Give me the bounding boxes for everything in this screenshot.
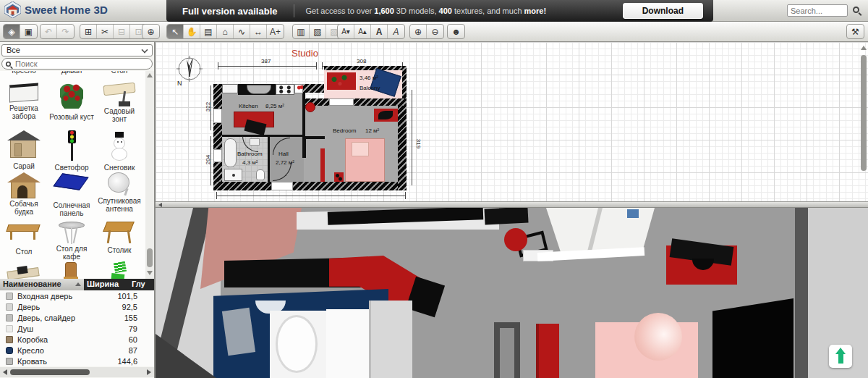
interior-wall[interactable] <box>268 136 270 182</box>
create-texts-button[interactable]: A+ <box>267 25 284 38</box>
balcony-door[interactable] <box>329 98 354 106</box>
catalog-item-table[interactable]: Стол <box>0 220 48 256</box>
catalog-item-garden-umbrella[interactable]: Садовыйзонт <box>95 81 143 123</box>
catalog-item-cafe-table[interactable]: Стол длякафе <box>48 220 95 261</box>
preferences-button[interactable]: ⚒ <box>847 25 864 38</box>
create-dimensions-button[interactable]: ↔ <box>250 25 267 38</box>
toilet[interactable] <box>256 169 265 180</box>
table-scrollbar-thumb[interactable] <box>10 369 90 375</box>
copy-button[interactable]: ⊟ <box>114 25 130 38</box>
window[interactable] <box>213 109 222 123</box>
create-rooms-button[interactable]: ⌂ <box>217 25 234 38</box>
catalog-item-small-table[interactable]: Столик <box>95 220 143 254</box>
catalog-item-partial-folding-chair[interactable] <box>95 262 143 279</box>
zoom-out-button[interactable]: ⊖ <box>427 25 443 38</box>
create-walls-button[interactable]: ▤ <box>200 25 217 38</box>
creature-button[interactable]: ☻ <box>448 25 464 38</box>
scroll-up-icon[interactable] <box>147 73 153 77</box>
italic-button[interactable]: A <box>388 25 404 38</box>
interior-wall-red[interactable] <box>320 148 325 182</box>
zoom-in-button[interactable]: ⊕ <box>410 25 427 38</box>
duplicate-button[interactable]: ⊞ <box>80 25 97 38</box>
plan-view-toggle-button[interactable]: ◈ <box>4 25 20 38</box>
create-polylines-button[interactable]: ∿ <box>234 25 250 38</box>
table-row[interactable]: Дверь92,5 <box>0 301 154 312</box>
scroll-down-icon[interactable] <box>147 271 153 275</box>
scroll-left-icon[interactable] <box>3 369 7 375</box>
red-stool[interactable] <box>305 102 315 112</box>
catalog-item-traffic-light[interactable]: Светофор <box>48 130 95 172</box>
plan-tool-b-button[interactable]: ▧ <box>310 25 326 38</box>
catalog-item-partial-desk[interactable] <box>0 264 48 279</box>
increase-text-size-button[interactable]: A▴ <box>354 25 371 38</box>
catalog-item-dog-house[interactable]: Собачьябудка <box>0 171 48 216</box>
splitter-collapse-icon[interactable] <box>158 203 162 207</box>
kitchen-stove[interactable] <box>276 84 294 95</box>
column-header-width[interactable]: Ширина <box>84 279 130 290</box>
interior-wall[interactable] <box>302 93 305 136</box>
decrease-text-size-button[interactable]: A▾ <box>338 25 354 38</box>
catalog-item-shed[interactable]: Сарай <box>0 130 48 170</box>
catalog-item-satellite-dish[interactable]: Спутниковаяантенна <box>95 171 143 213</box>
entry-door[interactable] <box>271 182 293 190</box>
plan-scrollbar-thumb[interactable] <box>861 55 867 171</box>
list-item[interactable]: Стол <box>95 71 143 75</box>
wall[interactable] <box>213 84 222 190</box>
wall[interactable] <box>213 182 407 190</box>
3d-view-toggle-button[interactable]: ▣ <box>20 25 37 38</box>
list-item[interactable]: Диван <box>48 71 95 75</box>
redo-button[interactable]: ↷ <box>57 25 74 38</box>
table-row[interactable]: Коробка60 <box>0 334 154 345</box>
download-button[interactable]: Download <box>623 3 703 19</box>
bold-button[interactable]: A <box>371 25 388 38</box>
view-splitter[interactable] <box>156 201 868 208</box>
bathtub[interactable] <box>224 138 237 167</box>
shower[interactable] <box>224 169 242 181</box>
catalog-item-snowman[interactable]: Снеговик <box>95 130 143 172</box>
plan-tool-a-button[interactable]: ▥ <box>293 25 310 38</box>
table-row[interactable]: Кресло87 <box>0 345 154 356</box>
pan-tool-button[interactable]: ✋ <box>184 25 200 38</box>
bedside-table[interactable] <box>334 172 344 182</box>
balcony-wall[interactable] <box>402 66 407 98</box>
wall[interactable] <box>398 98 407 190</box>
scroll-right-icon[interactable] <box>147 369 151 375</box>
search-icon[interactable] <box>853 7 859 13</box>
table-horizontal-scrollbar[interactable] <box>0 367 154 377</box>
plan-title[interactable]: Studio <box>292 48 318 59</box>
catalog-item-partial-chair[interactable] <box>48 262 95 279</box>
catalog-item-rose-bush[interactable]: Розовый куст <box>48 81 95 121</box>
add-furniture-button[interactable]: ⊕ <box>142 25 159 38</box>
dimension-line[interactable] <box>218 66 317 67</box>
interior-wall[interactable] <box>306 136 325 139</box>
bedroom-rug[interactable] <box>374 109 398 122</box>
select-tool-button[interactable]: ↖ <box>167 25 184 38</box>
scroll-up-icon[interactable] <box>861 46 867 50</box>
catalog-scrollbar[interactable] <box>145 71 154 279</box>
plan-2d-view[interactable]: Studio N 387 308 322 204 319 3,46 м² Bal… <box>156 42 868 201</box>
catalog-search-input[interactable] <box>1 58 153 70</box>
kitchen-sink[interactable] <box>247 85 271 94</box>
catalog-scrollbar-thumb[interactable] <box>147 248 153 267</box>
green-up-arrow-button[interactable] <box>829 345 852 368</box>
column-header-name[interactable]: Наименование <box>0 279 84 290</box>
table-row[interactable]: Дверь, слайдер155 <box>0 312 154 323</box>
catalog-item-solar-panel[interactable]: Солнечнаяпанель <box>48 171 95 217</box>
undo-button[interactable]: ↶ <box>41 25 57 38</box>
catalog-item-fence[interactable]: Решетказабора <box>0 81 48 120</box>
column-header-depth[interactable]: Глу <box>130 279 154 290</box>
plan-vertical-scrollbar[interactable] <box>859 43 868 201</box>
view-3d[interactable] <box>156 208 868 378</box>
list-item[interactable]: Кресло <box>0 71 48 75</box>
cut-button[interactable]: ✂ <box>97 25 114 38</box>
kitchen-fridge[interactable] <box>222 84 238 93</box>
interior-wall[interactable] <box>302 136 306 158</box>
header-search-input[interactable] <box>787 4 848 17</box>
category-filter-select[interactable]: Все <box>1 44 153 56</box>
table-row[interactable]: Входная дверь101,5 <box>0 290 154 301</box>
table-row[interactable]: Душ79 <box>0 323 154 334</box>
balcony-rug[interactable] <box>327 72 356 90</box>
table-row[interactable]: Кровать144,6 <box>0 356 154 366</box>
bed[interactable] <box>345 138 385 182</box>
window[interactable] <box>213 149 222 162</box>
